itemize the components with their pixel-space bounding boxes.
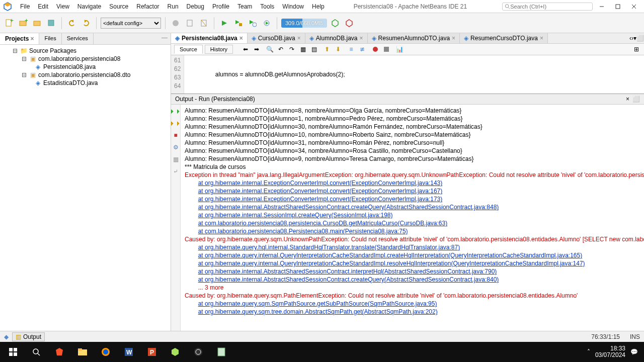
source-mode-button[interactable]: Source: [174, 45, 203, 54]
close-output-icon[interactable]: ×: [626, 96, 629, 103]
new-project-button[interactable]: +: [17, 17, 29, 29]
tab-projects[interactable]: Projects ×: [0, 33, 39, 44]
debug-button[interactable]: [232, 17, 245, 29]
close-icon[interactable]: ×: [239, 35, 243, 42]
close-icon[interactable]: ×: [30, 35, 34, 42]
menu-view[interactable]: View: [52, 1, 73, 12]
stop-gc-button[interactable]: [343, 17, 355, 29]
code-editor[interactable]: 61 62 63 64 alumnos = alumnoDB.getAlumno…: [171, 55, 644, 94]
run-button[interactable]: [218, 17, 230, 29]
shift-right-icon[interactable]: ⬇: [334, 45, 343, 54]
maximize-button[interactable]: [611, 2, 625, 12]
tray-chevron-icon[interactable]: ˄: [587, 348, 590, 355]
menu-refactor[interactable]: Refactor: [132, 1, 163, 12]
menu-tools[interactable]: Tools: [256, 1, 278, 12]
rerun-debug-button[interactable]: ⏵⏵: [171, 119, 180, 128]
menu-file[interactable]: File: [16, 1, 34, 12]
taskbar-app-powerpoint[interactable]: P: [141, 343, 163, 360]
menu-help[interactable]: Help: [308, 1, 329, 12]
close-icon[interactable]: ×: [360, 35, 363, 42]
taskbar-app-obs[interactable]: [187, 343, 209, 360]
clean-build-button[interactable]: [184, 17, 196, 29]
tab-services[interactable]: Services: [62, 33, 94, 44]
tree-node[interactable]: EstadisticaDTO.java: [43, 79, 98, 86]
save-all-button[interactable]: [45, 17, 57, 29]
editor-tab[interactable]: ◈CursoDB.java×: [248, 33, 305, 43]
undo-button[interactable]: [66, 17, 78, 29]
stop-button[interactable]: ■: [171, 131, 180, 140]
taskbar-app-explorer[interactable]: [71, 343, 94, 360]
close-button[interactable]: [627, 2, 641, 12]
menu-source[interactable]: Source: [105, 1, 132, 12]
project-tree[interactable]: ⊟📁Source Packages ⊟▣com.laboratorio.pers…: [0, 45, 171, 89]
redo-button[interactable]: [80, 17, 92, 29]
editor-tab[interactable]: ◈AlumnoDB.java×: [305, 33, 368, 43]
tree-node[interactable]: com.laboratorio.persistencia08.dto: [38, 71, 130, 78]
taskbar-app-netbeans[interactable]: [164, 343, 186, 360]
toggle-bookmark-icon[interactable]: ▤: [309, 45, 318, 54]
stop-macro-button[interactable]: [382, 45, 391, 54]
taskbar-app-word[interactable]: W: [118, 343, 140, 360]
find-icon[interactable]: 🔍: [265, 45, 274, 54]
toggle-highlight-icon[interactable]: ▦: [298, 45, 307, 54]
taskbar-app-firefox[interactable]: [95, 343, 117, 360]
menu-window[interactable]: Window: [278, 1, 308, 12]
search-input[interactable]: [510, 4, 590, 10]
config-select[interactable]: <default config>: [101, 18, 161, 29]
split-icon[interactable]: ⊞: [632, 45, 641, 54]
output-text[interactable]: Alumno: ResumenAlumnoDTO{idAlumno=8, nom…: [181, 105, 644, 331]
menu-edit[interactable]: Edit: [34, 1, 52, 12]
maximize-editor-icon[interactable]: ⬜: [636, 35, 644, 42]
attach-debugger-button[interactable]: [261, 17, 273, 29]
wrap-icon[interactable]: ⤶: [171, 167, 180, 176]
open-button[interactable]: [31, 17, 43, 29]
find-next-icon[interactable]: ↷: [287, 45, 296, 54]
taskbar-app-notepad[interactable]: [210, 343, 232, 360]
shift-left-icon[interactable]: ⬆: [323, 45, 332, 54]
find-prev-icon[interactable]: ↶: [276, 45, 285, 54]
close-icon[interactable]: ×: [297, 35, 301, 42]
twisty-icon[interactable]: ⊟: [21, 55, 27, 62]
menu-navigate[interactable]: Navigate: [73, 1, 105, 12]
twisty-icon[interactable]: ⊟: [21, 71, 27, 78]
history-mode-button[interactable]: History: [205, 45, 233, 54]
tray-notifications-icon[interactable]: 💬: [630, 348, 638, 355]
system-clock[interactable]: 18:33 03/07/2024: [595, 345, 625, 358]
tab-files[interactable]: Files: [39, 33, 61, 44]
memory-indicator[interactable]: 309.0/668.0MB: [281, 19, 327, 28]
new-file-button[interactable]: +: [3, 17, 15, 29]
menu-debug[interactable]: Debug: [183, 1, 208, 12]
editor-tab[interactable]: ◈ResumenCursoDTO.java×: [460, 33, 548, 43]
global-search[interactable]: [502, 3, 593, 11]
maximize-output-icon[interactable]: ⬜: [632, 96, 640, 103]
settings-icon[interactable]: ⚙: [171, 143, 180, 152]
uncomment-icon[interactable]: ≢: [358, 45, 367, 54]
menu-team[interactable]: Team: [233, 1, 256, 12]
profile-button[interactable]: [247, 17, 259, 29]
start-button[interactable]: [2, 343, 24, 360]
menu-run[interactable]: Run: [164, 1, 183, 12]
menu-profile[interactable]: Profile: [208, 1, 233, 12]
twisty-icon[interactable]: ⊟: [12, 47, 18, 54]
comment-icon[interactable]: ≡: [347, 45, 356, 54]
minimize-button[interactable]: [595, 2, 609, 12]
tree-node[interactable]: Persistencia08.java: [43, 63, 96, 70]
clear-output-button[interactable]: ▦: [171, 155, 180, 164]
notifications-icon[interactable]: ◆: [4, 333, 12, 340]
chart-icon[interactable]: 📊: [395, 45, 404, 54]
nav-back-icon[interactable]: ⬅: [241, 45, 250, 54]
nav-fwd-icon[interactable]: ➡: [252, 45, 261, 54]
close-icon[interactable]: ×: [452, 35, 455, 42]
taskbar-app-brave[interactable]: [48, 343, 70, 360]
gc-button[interactable]: [329, 17, 341, 29]
clean-button[interactable]: [198, 17, 210, 29]
close-icon[interactable]: ×: [540, 35, 543, 42]
output-toggle-button[interactable]: ▥ Output: [12, 332, 45, 341]
editor-tab[interactable]: ◈Persistencia08.java×: [171, 33, 248, 43]
tree-node[interactable]: com.laboratorio.persistencia08: [38, 55, 120, 62]
editor-tab[interactable]: ◈ResumenAlumnoDTO.java×: [368, 33, 460, 43]
build-button[interactable]: [170, 17, 182, 29]
tree-node[interactable]: Source Packages: [29, 47, 76, 54]
rerun-button[interactable]: ⏵⏵: [171, 107, 180, 116]
minimize-sidebar-icon[interactable]: —: [158, 33, 171, 44]
